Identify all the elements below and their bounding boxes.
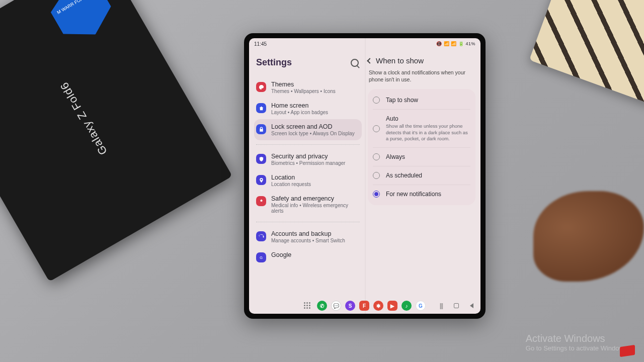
settings-title: Settings	[256, 57, 292, 68]
radio-label: As scheduled	[386, 172, 422, 179]
app-icon-flipboard[interactable]: F	[359, 301, 369, 311]
app-icon-messages[interactable]: 💬	[331, 301, 341, 311]
recents-button[interactable]: |||	[440, 302, 443, 309]
back-icon[interactable]	[367, 58, 372, 63]
sidebar-item-google[interactable]: G Google	[254, 247, 362, 266]
radio-icon	[373, 125, 380, 132]
app-drawer-icon[interactable]	[304, 302, 311, 309]
back-button[interactable]	[470, 303, 473, 308]
shield-icon	[256, 154, 266, 164]
radio-label: For new notifications	[386, 191, 441, 198]
sidebar-item-accounts[interactable]: Accounts and backup Manage accounts • Sm…	[254, 226, 362, 247]
radio-group-when-to-show: Tap to show Auto Show all the time unles…	[368, 89, 475, 205]
phone-screen: 11:45 📵 📶 📶 🔋 41% Settings Themes Themes…	[249, 38, 480, 314]
sidebar-item-sub: Biometrics • Permission manager	[271, 160, 345, 166]
sidebar-item-home-screen[interactable]: Home screen Layout • App icon badges	[254, 98, 362, 119]
sidebar-item-sub: Location requests	[271, 182, 311, 187]
sidebar-item-label: Google	[271, 251, 291, 258]
sidebar-item-security[interactable]: Security and privacy Biometrics • Permis…	[254, 149, 362, 170]
app-icon-samsung-internet[interactable]: S	[345, 301, 355, 311]
sidebar-item-label: Themes	[271, 81, 336, 88]
themes-icon	[256, 82, 266, 92]
radio-option-tap-to-show[interactable]: Tap to show	[368, 91, 475, 109]
settings-sidebar: Settings Themes Themes • Wallpapers • Ic…	[249, 49, 365, 298]
divider	[256, 144, 360, 145]
app-icon-google[interactable]: G	[416, 301, 426, 311]
channel-logo-icon	[620, 345, 635, 357]
sidebar-item-label: Home screen	[271, 102, 328, 109]
sidebar-item-safety[interactable]: Safety and emergency Medical info • Wire…	[254, 191, 362, 218]
sidebar-item-label: Security and privacy	[271, 153, 345, 160]
radio-option-always[interactable]: Always	[373, 147, 470, 166]
emergency-icon	[256, 196, 266, 206]
fold-hinge	[365, 38, 366, 314]
lock-icon	[256, 124, 266, 134]
sidebar-item-label: Location	[271, 174, 311, 181]
radio-label: Always	[386, 153, 405, 160]
radio-icon	[373, 191, 380, 198]
radio-option-auto[interactable]: Auto Show all the time unless your phone…	[373, 109, 470, 147]
radio-option-for-new-notifications[interactable]: For new notifications	[373, 185, 470, 203]
search-icon[interactable]	[351, 59, 359, 67]
sidebar-item-lock-screen[interactable]: Lock screen and AOD Screen lock type • A…	[254, 119, 362, 140]
sidebar-item-sub: Manage accounts • Smart Switch	[271, 238, 345, 243]
svg-text:G: G	[260, 255, 263, 260]
detail-pane: When to show Show a clock and notificati…	[365, 49, 480, 298]
product-box: Galaxy Z Fold6 M WARR FOR AFRIC	[0, 0, 232, 282]
radio-label: Auto	[386, 115, 470, 122]
wooden-block-prop	[529, 0, 644, 105]
radio-icon	[373, 97, 380, 104]
detail-title: When to show	[376, 56, 424, 65]
radio-icon	[373, 172, 380, 179]
location-icon	[256, 175, 266, 185]
warranty-badge-icon: M WARR FOR AFRIC	[44, 0, 119, 48]
sidebar-item-label: Lock screen and AOD	[271, 123, 355, 130]
sidebar-item-label: Safety and emergency	[271, 195, 360, 202]
box-label: Galaxy Z Fold6	[57, 79, 110, 157]
phone-frame: 11:45 📵 📶 📶 🔋 41% Settings Themes Themes…	[244, 33, 486, 319]
sidebar-item-sub: Screen lock type • Always On Display	[271, 131, 355, 136]
detail-description: Show a clock and notifications when your…	[368, 68, 475, 89]
sidebar-item-location[interactable]: Location Location requests	[254, 170, 362, 191]
status-indicators: 📵 📶 📶 🔋 41%	[436, 41, 475, 46]
sidebar-item-sub: Layout • App icon badges	[271, 110, 328, 115]
sidebar-item-sub: Themes • Wallpapers • Icons	[271, 88, 336, 94]
sync-icon	[256, 231, 266, 241]
home-icon	[256, 103, 266, 113]
sidebar-item-themes[interactable]: Themes Themes • Wallpapers • Icons	[254, 77, 362, 98]
nav-keys: |||	[440, 302, 473, 309]
radio-label: Tap to show	[386, 97, 418, 104]
google-icon: G	[256, 252, 266, 262]
app-icon-yelp[interactable]: ✱	[373, 301, 383, 311]
radio-option-as-scheduled[interactable]: As scheduled	[373, 166, 470, 185]
hand	[533, 191, 644, 282]
radio-icon	[373, 153, 380, 160]
home-button[interactable]	[454, 303, 459, 308]
sidebar-item-label: Accounts and backup	[271, 230, 345, 237]
windows-watermark: Activate Windows Go to Settings to activ…	[526, 333, 629, 352]
status-time: 11:45	[254, 41, 267, 47]
taskbar: ✆ 💬 S F ✱ ▶ ♪ G |||	[249, 298, 480, 314]
app-icon-spotify[interactable]: ♪	[401, 301, 412, 311]
divider	[256, 222, 360, 222]
app-icon-youtube[interactable]: ▶	[387, 301, 397, 311]
app-icon-phone[interactable]: ✆	[317, 301, 327, 311]
radio-sub: Show all the time unless your phone dete…	[386, 123, 470, 142]
sidebar-item-sub: Medical info • Wireless emergency alerts	[271, 203, 360, 214]
